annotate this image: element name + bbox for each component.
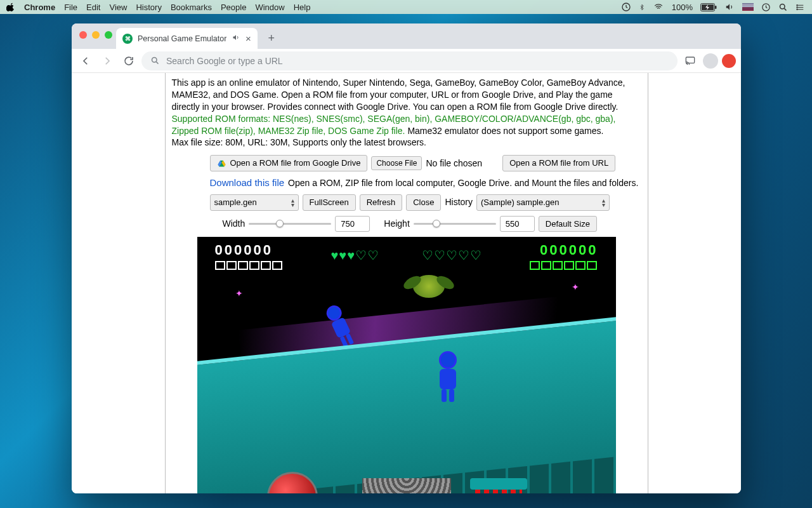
cast-icon[interactable] xyxy=(681,52,699,70)
description-text: This app is an online emulator of Ninten… xyxy=(172,77,641,113)
profile-avatar[interactable] xyxy=(703,53,718,69)
engine-left xyxy=(267,472,337,493)
address-bar[interactable]: Search Google or type a URL xyxy=(141,51,678,70)
page-viewport: This app is an online emulator of Ninten… xyxy=(72,73,741,493)
hud-hearts: ♥♥♥♡♡ ♡♡♡♡♡ xyxy=(197,247,616,264)
formats-line: Supported ROM formats: NES(nes), SNES(sm… xyxy=(172,113,641,137)
menu-extras-icon[interactable] xyxy=(796,3,806,11)
open-from-drive-button[interactable]: Open a ROM file from Google Drive xyxy=(210,155,368,171)
apple-icon[interactable] xyxy=(6,3,15,11)
svg-rect-8 xyxy=(742,8,754,8)
zoom-window[interactable] xyxy=(105,31,112,39)
menu-history[interactable]: History xyxy=(136,3,161,12)
page-content: This app is an online emulator of Ninten… xyxy=(165,73,648,493)
forward-button[interactable] xyxy=(98,52,116,70)
browser-tab[interactable]: ⌘ Personal Game Emulators × xyxy=(116,28,258,49)
menu-window[interactable]: Window xyxy=(255,3,284,12)
new-tab-button[interactable]: + xyxy=(263,29,280,47)
astronaut-main xyxy=(432,351,464,402)
back-button[interactable] xyxy=(77,52,95,70)
engine-right xyxy=(470,478,527,493)
search-icon xyxy=(150,56,160,65)
drive-icon xyxy=(217,159,226,168)
svg-rect-10 xyxy=(742,10,754,11)
svg-rect-5 xyxy=(742,4,754,4)
tab-strip: ⌘ Personal Game Emulators × + xyxy=(72,23,741,49)
minimize-window[interactable] xyxy=(92,31,100,39)
sparkle: ✦ xyxy=(572,281,579,293)
tab-title: Personal Game Emulators xyxy=(138,34,226,43)
open-from-url-button[interactable]: Open a ROM file from URL xyxy=(502,155,615,171)
svg-point-13 xyxy=(797,4,797,5)
fullscreen-button[interactable]: FullScreen xyxy=(303,194,356,211)
extension-badge[interactable] xyxy=(722,54,736,68)
svg-rect-7 xyxy=(742,6,754,7)
clock-icon[interactable] xyxy=(761,3,771,12)
browser-toolbar: Search Google or type a URL xyxy=(72,49,741,73)
menu-bookmarks[interactable]: Bookmarks xyxy=(171,3,212,12)
bluetooth-icon[interactable] xyxy=(639,3,645,12)
svg-rect-2 xyxy=(715,6,717,9)
alien-sprite xyxy=(407,275,451,313)
no-file-text: No file chosen xyxy=(426,157,482,170)
chrome-window: ⌘ Personal Game Emulators × + Search Goo… xyxy=(72,23,741,493)
sample-select[interactable]: sample.gen▴▾ xyxy=(210,194,299,211)
formats-tail: Mame32 emulator does not support some ga… xyxy=(405,126,604,136)
spotlight-icon[interactable] xyxy=(778,3,788,12)
omnibox-placeholder: Search Google or type a URL xyxy=(166,56,283,66)
sparkle: ✦ xyxy=(235,288,243,300)
height-label: Height xyxy=(384,218,409,230)
width-label: Width xyxy=(223,218,246,230)
menu-app[interactable]: Chrome xyxy=(24,3,55,12)
close-button[interactable]: Close xyxy=(406,194,441,211)
menu-help[interactable]: Help xyxy=(294,3,311,12)
flag-icon[interactable] xyxy=(742,3,754,11)
menu-edit[interactable]: Edit xyxy=(86,3,100,12)
history-select[interactable]: (Sample) sample.gen▴▾ xyxy=(476,194,610,211)
svg-point-14 xyxy=(797,6,797,7)
battery-percent: 100% xyxy=(672,3,693,12)
width-input[interactable]: 750 xyxy=(335,216,370,232)
battery-icon[interactable] xyxy=(700,3,717,11)
svg-point-12 xyxy=(780,4,785,9)
svg-rect-9 xyxy=(742,9,754,10)
svg-point-16 xyxy=(152,58,157,63)
choose-file-button[interactable]: Choose File xyxy=(371,156,422,170)
window-controls xyxy=(79,31,112,39)
game-canvas[interactable]: 000000 000000 ♥♥♥♡♡ ♡♡♡♡♡ ✦ ✦ ✦ xyxy=(197,237,616,493)
volume-icon[interactable] xyxy=(724,3,735,11)
svg-point-15 xyxy=(797,9,797,10)
height-slider[interactable] xyxy=(414,218,496,229)
reload-button[interactable] xyxy=(120,52,138,70)
menu-view[interactable]: View xyxy=(109,3,127,12)
tab-audio-icon[interactable] xyxy=(232,34,240,43)
svg-rect-6 xyxy=(742,5,754,6)
close-window[interactable] xyxy=(79,31,87,39)
tab-close-icon[interactable]: × xyxy=(246,33,251,44)
limits-text: Max file size: 80M, URL: 30M, Supports o… xyxy=(172,137,641,149)
refresh-button[interactable]: Refresh xyxy=(360,194,403,211)
download-link[interactable]: Download this file xyxy=(210,177,285,189)
tab-favicon: ⌘ xyxy=(122,34,133,44)
wifi-icon[interactable] xyxy=(653,3,664,11)
default-size-button[interactable]: Default Size xyxy=(539,216,597,232)
menu-file[interactable]: File xyxy=(64,3,77,12)
download-tail: Open a ROM, ZIP file from local computer… xyxy=(288,177,638,189)
menu-people[interactable]: People xyxy=(221,3,246,12)
height-input[interactable]: 550 xyxy=(500,216,535,232)
engine-center xyxy=(362,478,451,493)
history-label: History xyxy=(445,196,473,208)
timemachine-icon[interactable] xyxy=(621,2,631,12)
width-slider[interactable] xyxy=(249,218,331,229)
macos-menubar: Chrome File Edit View History Bookmarks … xyxy=(0,0,812,14)
